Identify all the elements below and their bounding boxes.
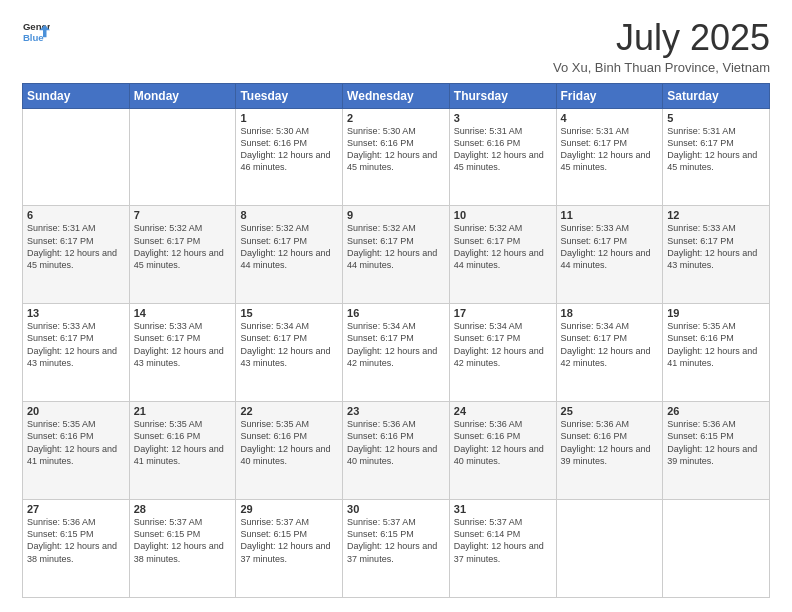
day-number: 5: [667, 112, 765, 124]
calendar-cell: 25Sunrise: 5:36 AM Sunset: 6:16 PM Dayli…: [556, 402, 663, 500]
day-number: 19: [667, 307, 765, 319]
month-year-title: July 2025: [553, 18, 770, 58]
calendar-week-row: 6Sunrise: 5:31 AM Sunset: 6:17 PM Daylig…: [23, 206, 770, 304]
day-info: Sunrise: 5:37 AM Sunset: 6:15 PM Dayligh…: [240, 516, 338, 565]
calendar-week-row: 1Sunrise: 5:30 AM Sunset: 6:16 PM Daylig…: [23, 108, 770, 206]
day-info: Sunrise: 5:32 AM Sunset: 6:17 PM Dayligh…: [240, 222, 338, 271]
calendar-cell: 16Sunrise: 5:34 AM Sunset: 6:17 PM Dayli…: [343, 304, 450, 402]
day-number: 1: [240, 112, 338, 124]
day-number: 11: [561, 209, 659, 221]
calendar-cell: 30Sunrise: 5:37 AM Sunset: 6:15 PM Dayli…: [343, 500, 450, 598]
calendar-cell: [129, 108, 236, 206]
calendar-cell: 7Sunrise: 5:32 AM Sunset: 6:17 PM Daylig…: [129, 206, 236, 304]
calendar-cell: 22Sunrise: 5:35 AM Sunset: 6:16 PM Dayli…: [236, 402, 343, 500]
day-number: 15: [240, 307, 338, 319]
day-info: Sunrise: 5:34 AM Sunset: 6:17 PM Dayligh…: [240, 320, 338, 369]
calendar-cell: [663, 500, 770, 598]
day-info: Sunrise: 5:36 AM Sunset: 6:16 PM Dayligh…: [454, 418, 552, 467]
calendar-cell: 19Sunrise: 5:35 AM Sunset: 6:16 PM Dayli…: [663, 304, 770, 402]
day-number: 14: [134, 307, 232, 319]
day-info: Sunrise: 5:37 AM Sunset: 6:15 PM Dayligh…: [347, 516, 445, 565]
calendar-cell: 12Sunrise: 5:33 AM Sunset: 6:17 PM Dayli…: [663, 206, 770, 304]
day-number: 18: [561, 307, 659, 319]
day-info: Sunrise: 5:31 AM Sunset: 6:17 PM Dayligh…: [667, 125, 765, 174]
day-info: Sunrise: 5:34 AM Sunset: 6:17 PM Dayligh…: [454, 320, 552, 369]
calendar-cell: 9Sunrise: 5:32 AM Sunset: 6:17 PM Daylig…: [343, 206, 450, 304]
day-info: Sunrise: 5:35 AM Sunset: 6:16 PM Dayligh…: [667, 320, 765, 369]
location-subtitle: Vo Xu, Binh Thuan Province, Vietnam: [553, 60, 770, 75]
col-friday: Friday: [556, 83, 663, 108]
calendar-cell: 29Sunrise: 5:37 AM Sunset: 6:15 PM Dayli…: [236, 500, 343, 598]
logo-icon: General Blue: [22, 18, 50, 46]
calendar-cell: 27Sunrise: 5:36 AM Sunset: 6:15 PM Dayli…: [23, 500, 130, 598]
calendar-cell: 11Sunrise: 5:33 AM Sunset: 6:17 PM Dayli…: [556, 206, 663, 304]
calendar-cell: 4Sunrise: 5:31 AM Sunset: 6:17 PM Daylig…: [556, 108, 663, 206]
calendar-cell: 31Sunrise: 5:37 AM Sunset: 6:14 PM Dayli…: [449, 500, 556, 598]
day-number: 9: [347, 209, 445, 221]
day-number: 27: [27, 503, 125, 515]
calendar-cell: 15Sunrise: 5:34 AM Sunset: 6:17 PM Dayli…: [236, 304, 343, 402]
calendar-header-row: Sunday Monday Tuesday Wednesday Thursday…: [23, 83, 770, 108]
calendar-week-row: 13Sunrise: 5:33 AM Sunset: 6:17 PM Dayli…: [23, 304, 770, 402]
svg-text:Blue: Blue: [23, 32, 44, 43]
day-info: Sunrise: 5:34 AM Sunset: 6:17 PM Dayligh…: [347, 320, 445, 369]
col-wednesday: Wednesday: [343, 83, 450, 108]
col-tuesday: Tuesday: [236, 83, 343, 108]
day-info: Sunrise: 5:32 AM Sunset: 6:17 PM Dayligh…: [454, 222, 552, 271]
day-info: Sunrise: 5:37 AM Sunset: 6:15 PM Dayligh…: [134, 516, 232, 565]
day-info: Sunrise: 5:35 AM Sunset: 6:16 PM Dayligh…: [134, 418, 232, 467]
day-number: 2: [347, 112, 445, 124]
calendar-table: Sunday Monday Tuesday Wednesday Thursday…: [22, 83, 770, 598]
day-info: Sunrise: 5:37 AM Sunset: 6:14 PM Dayligh…: [454, 516, 552, 565]
calendar-cell: 21Sunrise: 5:35 AM Sunset: 6:16 PM Dayli…: [129, 402, 236, 500]
calendar-cell: 17Sunrise: 5:34 AM Sunset: 6:17 PM Dayli…: [449, 304, 556, 402]
day-info: Sunrise: 5:31 AM Sunset: 6:17 PM Dayligh…: [27, 222, 125, 271]
day-info: Sunrise: 5:32 AM Sunset: 6:17 PM Dayligh…: [347, 222, 445, 271]
calendar-cell: 2Sunrise: 5:30 AM Sunset: 6:16 PM Daylig…: [343, 108, 450, 206]
logo: General Blue: [22, 18, 50, 46]
day-number: 25: [561, 405, 659, 417]
day-info: Sunrise: 5:36 AM Sunset: 6:15 PM Dayligh…: [27, 516, 125, 565]
day-info: Sunrise: 5:33 AM Sunset: 6:17 PM Dayligh…: [27, 320, 125, 369]
day-info: Sunrise: 5:35 AM Sunset: 6:16 PM Dayligh…: [240, 418, 338, 467]
day-number: 28: [134, 503, 232, 515]
day-info: Sunrise: 5:36 AM Sunset: 6:15 PM Dayligh…: [667, 418, 765, 467]
calendar-week-row: 20Sunrise: 5:35 AM Sunset: 6:16 PM Dayli…: [23, 402, 770, 500]
header: General Blue July 2025 Vo Xu, Binh Thuan…: [22, 18, 770, 75]
day-number: 17: [454, 307, 552, 319]
day-info: Sunrise: 5:33 AM Sunset: 6:17 PM Dayligh…: [667, 222, 765, 271]
day-info: Sunrise: 5:30 AM Sunset: 6:16 PM Dayligh…: [347, 125, 445, 174]
day-number: 6: [27, 209, 125, 221]
day-number: 22: [240, 405, 338, 417]
day-number: 24: [454, 405, 552, 417]
calendar-cell: 3Sunrise: 5:31 AM Sunset: 6:16 PM Daylig…: [449, 108, 556, 206]
day-number: 30: [347, 503, 445, 515]
col-monday: Monday: [129, 83, 236, 108]
day-info: Sunrise: 5:36 AM Sunset: 6:16 PM Dayligh…: [347, 418, 445, 467]
calendar-cell: 5Sunrise: 5:31 AM Sunset: 6:17 PM Daylig…: [663, 108, 770, 206]
day-number: 4: [561, 112, 659, 124]
day-number: 23: [347, 405, 445, 417]
day-info: Sunrise: 5:36 AM Sunset: 6:16 PM Dayligh…: [561, 418, 659, 467]
day-info: Sunrise: 5:33 AM Sunset: 6:17 PM Dayligh…: [561, 222, 659, 271]
calendar-cell: 1Sunrise: 5:30 AM Sunset: 6:16 PM Daylig…: [236, 108, 343, 206]
calendar-cell: 14Sunrise: 5:33 AM Sunset: 6:17 PM Dayli…: [129, 304, 236, 402]
day-info: Sunrise: 5:35 AM Sunset: 6:16 PM Dayligh…: [27, 418, 125, 467]
calendar-cell: 28Sunrise: 5:37 AM Sunset: 6:15 PM Dayli…: [129, 500, 236, 598]
day-number: 7: [134, 209, 232, 221]
day-info: Sunrise: 5:31 AM Sunset: 6:16 PM Dayligh…: [454, 125, 552, 174]
calendar-cell: 6Sunrise: 5:31 AM Sunset: 6:17 PM Daylig…: [23, 206, 130, 304]
day-number: 13: [27, 307, 125, 319]
day-number: 3: [454, 112, 552, 124]
day-number: 20: [27, 405, 125, 417]
calendar-cell: 23Sunrise: 5:36 AM Sunset: 6:16 PM Dayli…: [343, 402, 450, 500]
calendar-cell: 13Sunrise: 5:33 AM Sunset: 6:17 PM Dayli…: [23, 304, 130, 402]
day-info: Sunrise: 5:32 AM Sunset: 6:17 PM Dayligh…: [134, 222, 232, 271]
day-info: Sunrise: 5:30 AM Sunset: 6:16 PM Dayligh…: [240, 125, 338, 174]
day-number: 31: [454, 503, 552, 515]
calendar-cell: 20Sunrise: 5:35 AM Sunset: 6:16 PM Dayli…: [23, 402, 130, 500]
page: General Blue July 2025 Vo Xu, Binh Thuan…: [0, 0, 792, 612]
title-block: July 2025 Vo Xu, Binh Thuan Province, Vi…: [553, 18, 770, 75]
col-thursday: Thursday: [449, 83, 556, 108]
calendar-cell: [556, 500, 663, 598]
